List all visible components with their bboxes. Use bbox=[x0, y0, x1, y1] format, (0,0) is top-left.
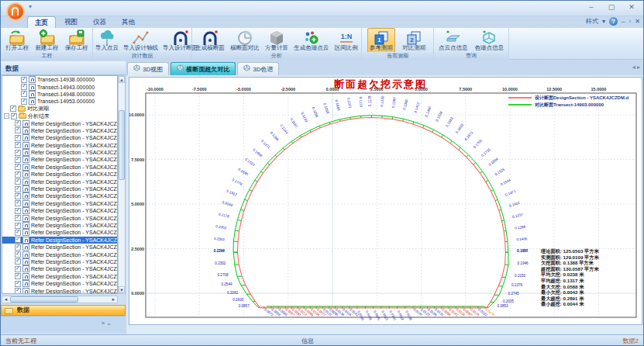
doc-tab-nav-arrows[interactable]: ◂ ▸ bbox=[632, 64, 640, 71]
tree-vertical-scrollbar[interactable]: ▲ ▼ bbox=[118, 75, 126, 294]
tree-checkbox[interactable] bbox=[15, 288, 21, 294]
ratio-button[interactable]: 1:N区间比例 bbox=[332, 28, 360, 53]
tree-item-refer-2[interactable]: Refer DesignSection - YSACK4JCZDI bbox=[2, 127, 117, 134]
tree-checkbox[interactable] bbox=[15, 208, 21, 214]
tree-item-result-folder[interactable]: −分析结果 bbox=[2, 112, 117, 119]
tree-checkbox[interactable] bbox=[15, 230, 21, 236]
point-info-button[interactable]: 点云点信息 bbox=[436, 28, 470, 53]
ribbon-restore-button[interactable]: ▫ bbox=[629, 18, 631, 25]
tree-checkbox[interactable] bbox=[15, 281, 21, 287]
tree-item-refer-13[interactable]: Refer DesignSection - YSACK4JCZDI bbox=[2, 207, 117, 214]
tree-checkbox[interactable] bbox=[15, 164, 21, 170]
tree-checkbox[interactable] bbox=[15, 200, 21, 206]
tree-checkbox[interactable] bbox=[21, 77, 27, 83]
open-project-button[interactable]: 打开工程 bbox=[3, 28, 31, 53]
tree-checkbox[interactable] bbox=[15, 251, 21, 258]
make-section-button[interactable]: 生成横断面 bbox=[193, 28, 227, 53]
tree-checkbox[interactable] bbox=[15, 120, 21, 126]
app-logo-icon[interactable] bbox=[6, 2, 25, 21]
tree-item-refer-5[interactable]: Refer DesignSection - YSACK4JCZDI bbox=[2, 149, 117, 156]
minimize-button[interactable]: – bbox=[581, 2, 601, 13]
doc-tab-1[interactable]: 3D视图 bbox=[127, 62, 169, 75]
style-menu[interactable]: 样式 bbox=[586, 17, 598, 26]
tree-checkbox[interactable] bbox=[10, 106, 16, 112]
tree-checkbox[interactable] bbox=[15, 193, 21, 199]
quick-access-caret-icon[interactable]: ▾ bbox=[29, 3, 32, 10]
tree-item-compare-folder[interactable]: 对比测期 bbox=[2, 106, 117, 112]
tree-checkbox[interactable] bbox=[15, 186, 21, 192]
tree-item-refer-9[interactable]: Refer DesignSection - YSACK4JCZDI bbox=[2, 178, 117, 185]
scroll-up-icon[interactable]: ▲ bbox=[119, 76, 125, 83]
tree-item-refer-17[interactable]: Refer DesignSection - YSACK4JCZDI bbox=[2, 237, 117, 244]
tree-checkbox[interactable] bbox=[15, 178, 21, 185]
tree-checkbox[interactable] bbox=[15, 266, 21, 272]
tree-checkbox[interactable] bbox=[15, 215, 21, 221]
status-right[interactable]: 数据2 bbox=[623, 335, 639, 346]
tree-checkbox[interactable] bbox=[15, 142, 21, 148]
style-menu-caret-icon[interactable]: ▾ bbox=[602, 18, 605, 25]
tree-checkbox[interactable] bbox=[15, 157, 21, 163]
tree-checkbox[interactable] bbox=[15, 244, 21, 251]
tree-item-refer-1[interactable]: Refer DesignSection - YSACK4JCZDI bbox=[2, 119, 117, 126]
scroll-left-icon[interactable]: ◄ bbox=[2, 296, 9, 303]
save-project-button[interactable]: 保存工程 bbox=[63, 28, 91, 53]
tree-item-transect-3[interactable]: Transect-14948.000000 bbox=[2, 91, 117, 98]
tree-item-refer-6[interactable]: Refer DesignSection - YSACK4JCZDI bbox=[2, 156, 117, 163]
tree-checkbox[interactable] bbox=[15, 171, 21, 178]
doc-tab-2[interactable]: 横断面超欠对比 bbox=[170, 62, 236, 75]
tree-item-transect-4[interactable]: Transect-14953.000000 bbox=[2, 98, 117, 105]
tree-item-refer-20[interactable]: Refer DesignSection - YSACK4JCZDI bbox=[2, 258, 117, 265]
tree-item-transect-1[interactable]: Transect-14938.000000 bbox=[2, 76, 117, 83]
tree-item-refer-4[interactable]: Refer DesignSection - YSACK4JCZDI bbox=[2, 142, 117, 149]
tree-checkbox[interactable] bbox=[21, 91, 27, 97]
tree-item-refer-11[interactable]: Refer DesignSection - YSACK4JCZDI bbox=[2, 192, 117, 199]
tree-horizontal-scrollbar[interactable]: ◄ ► bbox=[2, 296, 118, 303]
tree-checkbox[interactable] bbox=[15, 150, 21, 156]
tree-item-refer-21[interactable]: Refer DesignSection - YSACK4JCZDI bbox=[2, 265, 117, 272]
tree-item-refer-14[interactable]: Refer DesignSection - YSACK4JCZDI bbox=[2, 214, 117, 221]
ribbon-minimize-button[interactable]: – bbox=[622, 18, 625, 25]
tree-item-refer-22[interactable]: Refer DesignSection - YSACK4JCZDI bbox=[2, 273, 117, 280]
period2-button[interactable]: 2对比测期 bbox=[400, 28, 428, 53]
tree-item-refer-18[interactable]: Refer DesignSection - YSACK4JCZDI bbox=[2, 244, 117, 251]
tree-checkbox[interactable] bbox=[15, 223, 21, 229]
period1-button[interactable]: 1参考测期 bbox=[367, 28, 395, 53]
color-point-info-button[interactable]: 色谱点信息 bbox=[473, 28, 507, 53]
tree-item-refer-3[interactable]: Refer DesignSection - YSACK4JCZDI bbox=[2, 134, 117, 141]
tree-item-transect-2[interactable]: Transect-14943.000000 bbox=[2, 83, 117, 90]
volume-calc-button[interactable]: 方量计算 bbox=[263, 28, 291, 53]
tree-item-refer-15[interactable]: Refer DesignSection - YSACK4JCZDI bbox=[2, 222, 117, 229]
tree-item-refer-23[interactable]: Refer DesignSection - YSACK4JCZDI bbox=[2, 280, 117, 287]
import-axis-button[interactable]: 导入设计轴线 bbox=[121, 28, 160, 53]
tree-item-refer-19[interactable]: Refer DesignSection - YSACK4JCZDI bbox=[2, 251, 117, 258]
collapse-chevrons-icon[interactable]: » ⌄ bbox=[102, 320, 112, 327]
import-pointcloud-button[interactable]: 导入点云 bbox=[93, 28, 121, 53]
tree-checkbox[interactable] bbox=[11, 113, 17, 119]
tree-checkbox[interactable] bbox=[21, 84, 27, 90]
ribbon-tab-3[interactable]: 仪器 bbox=[86, 16, 113, 28]
expander-icon[interactable]: − bbox=[4, 113, 9, 119]
tree-item-refer-7[interactable]: Refer DesignSection - YSACK4JCZDI bbox=[2, 164, 117, 171]
new-project-button[interactable]: 新建工程 bbox=[33, 28, 61, 53]
tree-checkbox[interactable] bbox=[15, 237, 21, 243]
help-icon[interactable]: ? bbox=[609, 17, 618, 26]
scroll-right-icon[interactable]: ► bbox=[110, 296, 117, 303]
tree-checkbox[interactable] bbox=[15, 135, 21, 141]
ribbon-close-button[interactable]: ✕ bbox=[635, 18, 640, 25]
tree-item-refer-24[interactable]: Refer DesignSection - YSACK4JCZDI bbox=[2, 287, 117, 294]
compare-section-button[interactable]: 横断面对比 bbox=[228, 28, 262, 53]
maximize-button[interactable]: ▢ bbox=[601, 2, 622, 13]
tree-checkbox[interactable] bbox=[21, 99, 27, 105]
scroll-thumb[interactable] bbox=[119, 110, 125, 180]
tree-item-refer-10[interactable]: Refer DesignSection - YSACK4JCZDI bbox=[2, 185, 117, 192]
doc-tab-3[interactable]: 3D色谱 bbox=[237, 62, 279, 75]
ribbon-tab-2[interactable]: 视图 bbox=[57, 16, 84, 28]
tree-item-refer-8[interactable]: Refer DesignSection - YSACK4JCZDI bbox=[2, 171, 117, 178]
tree-item-refer-12[interactable]: Refer DesignSection - YSACK4JCZDI bbox=[2, 200, 117, 207]
tree-checkbox[interactable] bbox=[15, 273, 21, 279]
sidebar-bottom-tab-data[interactable]: 数据 bbox=[1, 305, 126, 316]
ribbon-tab-4[interactable]: 其他 bbox=[115, 16, 142, 28]
ribbon-tab-1[interactable]: 主页 bbox=[27, 16, 56, 28]
tree-checkbox[interactable] bbox=[15, 258, 21, 265]
tree-item-refer-16[interactable]: Refer DesignSection - YSACK4JCZDI bbox=[2, 229, 117, 236]
